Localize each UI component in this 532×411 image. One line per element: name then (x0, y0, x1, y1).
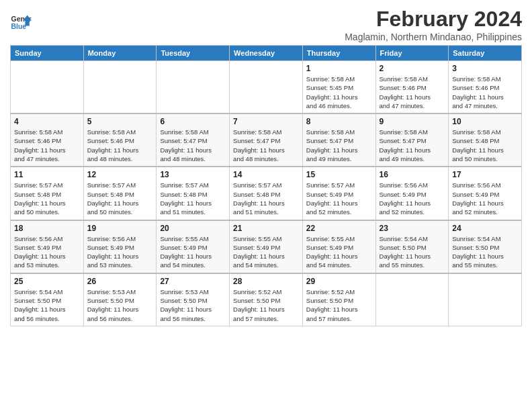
day-info: Sunrise: 5:58 AM Sunset: 5:46 PM Dayligh… (14, 128, 80, 163)
day-number: 26 (87, 277, 153, 286)
calendar-cell: 28Sunrise: 5:52 AM Sunset: 5:50 PM Dayli… (230, 273, 303, 326)
calendar-cell: 4Sunrise: 5:58 AM Sunset: 5:46 PM Daylig… (11, 113, 84, 167)
page-header: General Blue February 2024 Maglamin, Nor… (10, 7, 522, 42)
day-number: 8 (306, 117, 372, 126)
day-info: Sunrise: 5:56 AM Sunset: 5:49 PM Dayligh… (380, 181, 445, 216)
day-info: Sunrise: 5:57 AM Sunset: 5:48 PM Dayligh… (14, 181, 80, 216)
subtitle: Maglamin, Northern Mindanao, Philippines (345, 32, 522, 42)
calendar-cell (157, 61, 230, 114)
day-number: 7 (233, 117, 299, 126)
calendar-cell (83, 61, 157, 114)
week-row-1: 1Sunrise: 5:58 AM Sunset: 5:45 PM Daylig… (11, 61, 522, 114)
calendar-cell: 13Sunrise: 5:57 AM Sunset: 5:48 PM Dayli… (157, 167, 230, 220)
day-number: 10 (452, 117, 518, 126)
calendar-cell (230, 61, 303, 114)
day-info: Sunrise: 5:53 AM Sunset: 5:50 PM Dayligh… (87, 287, 153, 323)
day-number: 1 (306, 64, 372, 73)
day-number: 23 (380, 224, 445, 233)
calendar-cell: 1Sunrise: 5:58 AM Sunset: 5:45 PM Daylig… (302, 61, 375, 114)
week-row-5: 25Sunrise: 5:54 AM Sunset: 5:50 PM Dayli… (11, 273, 522, 326)
header-saturday: Saturday (449, 46, 522, 61)
calendar-cell: 10Sunrise: 5:58 AM Sunset: 5:48 PM Dayli… (449, 113, 522, 167)
day-number: 5 (87, 117, 153, 126)
header-friday: Friday (375, 46, 449, 61)
calendar-cell: 3Sunrise: 5:58 AM Sunset: 5:46 PM Daylig… (449, 61, 522, 114)
title-block: February 2024 Maglamin, Northern Mindana… (345, 7, 522, 42)
day-info: Sunrise: 5:57 AM Sunset: 5:48 PM Dayligh… (233, 181, 299, 216)
header-wednesday: Wednesday (230, 46, 303, 61)
main-title: February 2024 (345, 7, 522, 32)
calendar-cell: 17Sunrise: 5:56 AM Sunset: 5:49 PM Dayli… (449, 167, 522, 220)
week-row-4: 18Sunrise: 5:56 AM Sunset: 5:49 PM Dayli… (11, 220, 522, 273)
day-info: Sunrise: 5:56 AM Sunset: 5:49 PM Dayligh… (452, 181, 518, 216)
calendar-cell: 20Sunrise: 5:55 AM Sunset: 5:49 PM Dayli… (157, 220, 230, 273)
calendar-cell: 29Sunrise: 5:52 AM Sunset: 5:50 PM Dayli… (302, 273, 375, 326)
calendar-cell (375, 273, 449, 326)
calendar-cell: 16Sunrise: 5:56 AM Sunset: 5:49 PM Dayli… (375, 167, 449, 220)
calendar-cell: 8Sunrise: 5:58 AM Sunset: 5:47 PM Daylig… (302, 113, 375, 167)
logo-icon: General Blue (10, 11, 32, 32)
week-row-2: 4Sunrise: 5:58 AM Sunset: 5:46 PM Daylig… (11, 113, 522, 167)
day-info: Sunrise: 5:58 AM Sunset: 5:46 PM Dayligh… (452, 75, 518, 110)
calendar-cell: 14Sunrise: 5:57 AM Sunset: 5:48 PM Dayli… (230, 167, 303, 220)
day-info: Sunrise: 5:57 AM Sunset: 5:48 PM Dayligh… (160, 181, 226, 216)
header-sunday: Sunday (11, 46, 84, 61)
day-info: Sunrise: 5:55 AM Sunset: 5:49 PM Dayligh… (160, 234, 226, 270)
calendar-cell: 12Sunrise: 5:57 AM Sunset: 5:48 PM Dayli… (83, 167, 157, 220)
calendar-cell: 19Sunrise: 5:56 AM Sunset: 5:49 PM Dayli… (83, 220, 157, 273)
calendar-cell: 22Sunrise: 5:55 AM Sunset: 5:49 PM Dayli… (302, 220, 375, 273)
calendar-cell: 9Sunrise: 5:58 AM Sunset: 5:47 PM Daylig… (375, 113, 449, 167)
calendar-cell: 25Sunrise: 5:54 AM Sunset: 5:50 PM Dayli… (11, 273, 84, 326)
day-number: 21 (233, 224, 299, 233)
calendar-cell: 18Sunrise: 5:56 AM Sunset: 5:49 PM Dayli… (11, 220, 84, 273)
calendar-cell: 23Sunrise: 5:54 AM Sunset: 5:50 PM Dayli… (375, 220, 449, 273)
day-number: 16 (380, 170, 445, 179)
day-info: Sunrise: 5:53 AM Sunset: 5:50 PM Dayligh… (160, 287, 226, 323)
day-number: 19 (87, 224, 153, 233)
day-number: 25 (14, 277, 80, 286)
day-info: Sunrise: 5:58 AM Sunset: 5:48 PM Dayligh… (452, 128, 518, 163)
calendar-cell: 26Sunrise: 5:53 AM Sunset: 5:50 PM Dayli… (83, 273, 157, 326)
day-info: Sunrise: 5:52 AM Sunset: 5:50 PM Dayligh… (306, 287, 372, 323)
day-number: 6 (160, 117, 226, 126)
day-number: 27 (160, 277, 226, 286)
header-tuesday: Tuesday (157, 46, 230, 61)
day-info: Sunrise: 5:58 AM Sunset: 5:47 PM Dayligh… (160, 128, 226, 163)
calendar-cell: 27Sunrise: 5:53 AM Sunset: 5:50 PM Dayli… (157, 273, 230, 326)
header-monday: Monday (83, 46, 157, 61)
day-info: Sunrise: 5:58 AM Sunset: 5:45 PM Dayligh… (306, 75, 372, 110)
day-number: 24 (452, 224, 518, 233)
calendar-cell: 7Sunrise: 5:58 AM Sunset: 5:47 PM Daylig… (230, 113, 303, 167)
day-info: Sunrise: 5:55 AM Sunset: 5:49 PM Dayligh… (233, 234, 299, 270)
calendar-cell (449, 273, 522, 326)
calendar-cell (11, 61, 84, 114)
calendar-header-row: SundayMondayTuesdayWednesdayThursdayFrid… (11, 46, 522, 61)
day-number: 3 (452, 64, 518, 73)
day-info: Sunrise: 5:54 AM Sunset: 5:50 PM Dayligh… (452, 234, 518, 270)
calendar-table: SundayMondayTuesdayWednesdayThursdayFrid… (10, 45, 522, 326)
day-number: 11 (14, 170, 80, 179)
day-number: 14 (233, 170, 299, 179)
logo: General Blue (10, 11, 32, 32)
day-number: 15 (306, 170, 372, 179)
day-info: Sunrise: 5:58 AM Sunset: 5:46 PM Dayligh… (87, 128, 153, 163)
day-info: Sunrise: 5:58 AM Sunset: 5:47 PM Dayligh… (233, 128, 299, 163)
day-info: Sunrise: 5:55 AM Sunset: 5:49 PM Dayligh… (306, 234, 372, 270)
day-number: 12 (87, 170, 153, 179)
calendar-cell: 2Sunrise: 5:58 AM Sunset: 5:46 PM Daylig… (375, 61, 449, 114)
day-info: Sunrise: 5:57 AM Sunset: 5:49 PM Dayligh… (306, 181, 372, 216)
calendar-cell: 5Sunrise: 5:58 AM Sunset: 5:46 PM Daylig… (83, 113, 157, 167)
svg-text:Blue: Blue (11, 23, 27, 30)
calendar-cell: 6Sunrise: 5:58 AM Sunset: 5:47 PM Daylig… (157, 113, 230, 167)
calendar-body: 1Sunrise: 5:58 AM Sunset: 5:45 PM Daylig… (11, 61, 522, 326)
calendar-cell: 15Sunrise: 5:57 AM Sunset: 5:49 PM Dayli… (302, 167, 375, 220)
day-number: 4 (14, 117, 80, 126)
day-number: 28 (233, 277, 299, 286)
header-thursday: Thursday (302, 46, 375, 61)
day-number: 18 (14, 224, 80, 233)
day-info: Sunrise: 5:58 AM Sunset: 5:47 PM Dayligh… (306, 128, 372, 163)
day-number: 2 (380, 64, 445, 73)
day-number: 9 (380, 117, 445, 126)
day-info: Sunrise: 5:58 AM Sunset: 5:47 PM Dayligh… (380, 128, 445, 163)
day-info: Sunrise: 5:58 AM Sunset: 5:46 PM Dayligh… (380, 75, 445, 110)
